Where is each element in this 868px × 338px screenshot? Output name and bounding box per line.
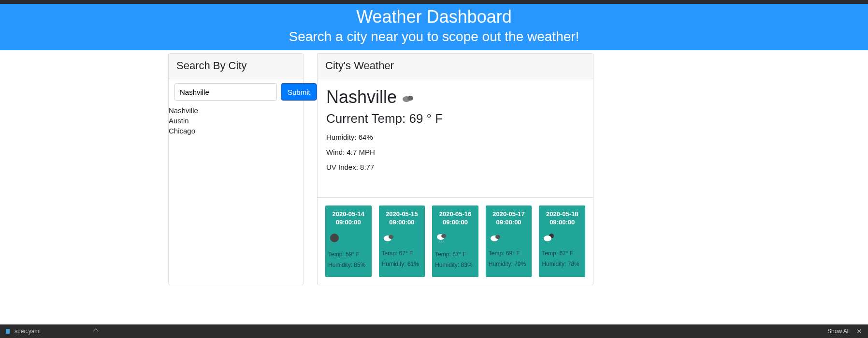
forecast-card: 2020-05-16 09:00:00Temp: 67° FHumidity: … xyxy=(432,206,478,277)
svg-point-11 xyxy=(495,235,500,239)
forecast-row: 2020-05-14 09:00:00Temp: 59° FHumidity: … xyxy=(318,197,593,285)
search-body: Submit xyxy=(169,78,303,105)
main-container: Search By City Submit NashvilleAustinChi… xyxy=(168,50,796,285)
sun-cloud-icon xyxy=(542,233,582,244)
wind-stat: Wind: 4.7 MPH xyxy=(326,148,584,156)
svg-line-7 xyxy=(439,241,440,243)
forecast-humidity: Humidity: 83% xyxy=(435,262,476,268)
current-temp: Current Temp: 69 ° F xyxy=(326,111,584,126)
forecast-temp: Temp: 69° F xyxy=(489,250,529,257)
svg-line-8 xyxy=(441,241,442,243)
forecast-humidity: Humidity: 61% xyxy=(382,261,422,267)
forecast-temp: Temp: 67° F xyxy=(542,250,582,257)
forecast-card: 2020-05-14 09:00:00Temp: 59° FHumidity: … xyxy=(325,206,372,277)
cloud-icon xyxy=(489,233,529,244)
svg-point-2 xyxy=(330,234,339,242)
forecast-card: 2020-05-15 09:00:00Temp: 67° FHumidity: … xyxy=(379,206,425,277)
window-top-bar xyxy=(0,0,868,4)
forecast-temp: Temp: 67° F xyxy=(435,251,476,258)
humidity-stat: Humidity: 64% xyxy=(326,133,584,141)
forecast-date: 2020-05-15 09:00:00 xyxy=(382,210,422,227)
forecast-card: 2020-05-17 09:00:00Temp: 69° FHumidity: … xyxy=(486,206,532,277)
weather-card: City's Weather Nashville Current Temp: 6… xyxy=(317,53,593,285)
forecast-date: 2020-05-17 09:00:00 xyxy=(489,210,529,227)
forecast-humidity: Humidity: 85% xyxy=(328,262,369,268)
forecast-temp: Temp: 59° F xyxy=(328,251,369,258)
forecast-temp: Temp: 67° F xyxy=(382,250,422,257)
svg-point-6 xyxy=(441,234,446,238)
svg-point-13 xyxy=(544,235,551,241)
forecast-humidity: Humidity: 79% xyxy=(489,261,529,267)
weather-body: Nashville Current Temp: 69 ° F Humidity:… xyxy=(318,78,593,197)
svg-line-9 xyxy=(443,241,444,243)
weather-card-header: City's Weather xyxy=(318,54,593,78)
forecast-humidity: Humidity: 78% xyxy=(542,261,582,267)
cloud-icon xyxy=(382,233,422,244)
forecast-date: 2020-05-16 09:00:00 xyxy=(435,210,476,227)
search-card: Search By City Submit NashvilleAustinChi… xyxy=(168,53,304,285)
submit-button[interactable]: Submit xyxy=(281,83,317,101)
svg-point-1 xyxy=(407,96,413,101)
header-subtitle: Search a city near you to scope out the … xyxy=(0,29,868,44)
forecast-date: 2020-05-14 09:00:00 xyxy=(328,210,369,227)
cloud-rain-icon xyxy=(435,233,476,245)
city-search-input[interactable] xyxy=(174,83,277,101)
uv-stat: UV Index: 8.77 xyxy=(326,163,584,171)
search-card-header: Search By City xyxy=(169,54,303,78)
cloud-icon xyxy=(402,87,415,107)
circle-icon xyxy=(328,233,369,245)
city-name: Nashville xyxy=(326,87,397,107)
history-item[interactable]: Austin xyxy=(169,116,303,126)
forecast-date: 2020-05-18 09:00:00 xyxy=(542,210,582,227)
header-title: Weather Dashboard xyxy=(0,7,868,27)
search-history: NashvilleAustinChicago xyxy=(169,105,303,141)
history-item[interactable]: Chicago xyxy=(169,126,303,136)
svg-point-4 xyxy=(389,235,393,239)
forecast-card: 2020-05-18 09:00:00Temp: 67° FHumidity: … xyxy=(539,206,585,277)
page-header: Weather Dashboard Search a city near you… xyxy=(0,4,868,50)
city-name-row: Nashville xyxy=(326,87,584,107)
history-item[interactable]: Nashville xyxy=(169,105,303,116)
